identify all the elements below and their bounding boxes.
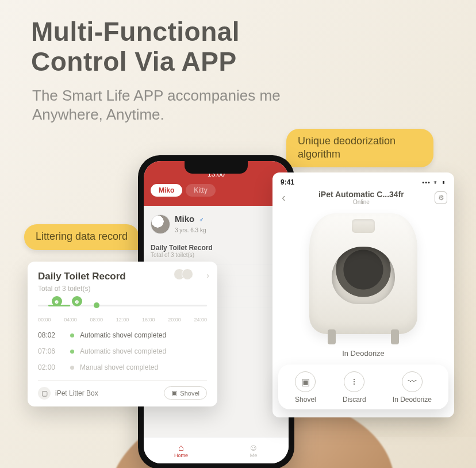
log-row-0: 08:02 Automatic shovel completed <box>38 327 207 343</box>
callout-right-l2: algorithm <box>298 148 340 160</box>
action-discard-label: Discard <box>343 396 366 404</box>
panel-title: iPet Automatic C...34fr Online <box>288 190 435 205</box>
log-msg-0: Automatic shovel completed <box>80 331 166 339</box>
pet-info: Miko ♂ 3 yrs. 6.3 kg <box>175 214 206 235</box>
tick-6: 24:00 <box>194 317 207 323</box>
panel-statusbar: 9:41 ••• ᯤ ▮ <box>272 172 454 189</box>
log-dot-2 <box>70 366 74 370</box>
hero-sub-l1: The Smart Life APP accompanies me <box>32 87 281 104</box>
log-dot-0 <box>70 333 74 337</box>
daily-record-card: › Daily Toilet Record Total of 3 toilet(… <box>28 262 217 406</box>
device-port <box>332 247 395 304</box>
timeline-marker-1: ☻ <box>52 296 62 306</box>
phone-header: Miko Kitty <box>144 179 289 206</box>
callout-right: Unique deodorization algorithm <box>286 129 433 167</box>
pet-avatar <box>151 214 170 234</box>
panel-header: ‹ iPet Automatic C...34fr Online ⚙ <box>272 189 454 211</box>
shovel-button[interactable]: ▣ Shovel <box>164 386 207 400</box>
device-top <box>352 219 375 233</box>
back-icon[interactable]: ‹ <box>279 191 288 204</box>
user-icon: ☺ <box>249 443 258 452</box>
shovel-icon: ▣ <box>171 389 177 397</box>
tick-0: 00:00 <box>38 317 51 323</box>
shovel-action-icon: ▣ <box>295 371 316 392</box>
marketing-page: Multi-Functional Control Via APP The Sma… <box>0 0 476 468</box>
pet-tabs: Miko Kitty <box>151 184 282 197</box>
phone-notch <box>185 161 248 174</box>
deodorize-action-icon: 〰 <box>402 371 423 392</box>
action-deodorize[interactable]: 〰 In Deodorize <box>393 371 432 404</box>
signal-icon: ••• ᯤ ▮ <box>422 179 446 186</box>
settings-icon[interactable]: ⚙ <box>435 191 447 204</box>
hero-subtitle: The Smart Life APP accompanies me Anywhe… <box>32 86 281 124</box>
nav-me-label: Me <box>249 452 258 458</box>
panel-status: Online <box>288 199 435 205</box>
device-label: ▢ iPet Litter Box <box>38 387 98 400</box>
tick-4: 16:00 <box>142 317 155 323</box>
hero-title-l1: Multi-Functional <box>31 17 240 47</box>
hero-title: Multi-Functional Control Via APP <box>31 17 240 76</box>
tick-3: 12:00 <box>116 317 129 323</box>
action-shovel-label: Shovel <box>295 396 316 404</box>
shovel-label: Shovel <box>180 390 199 397</box>
device-leg-r <box>391 329 399 344</box>
log-time-2: 02:00 <box>38 363 64 371</box>
action-discard[interactable]: ⫶ Discard <box>343 371 366 404</box>
log-time-0: 08:02 <box>38 331 64 339</box>
nav-me[interactable]: ☺ Me <box>249 443 258 458</box>
action-shovel[interactable]: ▣ Shovel <box>295 371 316 404</box>
log-msg-2: Manual shovel completed <box>80 363 158 371</box>
action-bar: ▣ Shovel ⫶ Discard 〰 In Deodorize <box>278 365 448 409</box>
hero-sub-l2: Anywhere, Anytime. <box>32 106 164 123</box>
device-name: iPet Litter Box <box>55 389 98 397</box>
panel-time: 9:41 <box>281 178 294 186</box>
discard-action-icon: ⫶ <box>344 371 364 392</box>
log-dot-1 <box>70 350 74 354</box>
timeline-ticks: 00:00 04:00 08:00 12:00 16:00 20:00 24:0… <box>38 317 207 323</box>
device-image <box>309 213 417 334</box>
timeline-marker-2: ☻ <box>72 296 82 306</box>
mini-avatars <box>177 268 193 280</box>
nav-home-label: Home <box>174 452 188 458</box>
phone-bottom-nav: ⌂ Home ☺ Me <box>144 437 289 463</box>
panel-title-text: iPet Automatic C...34fr <box>318 190 404 199</box>
tick-2: 08:00 <box>90 317 103 323</box>
log-time-1: 07:06 <box>38 347 64 355</box>
callout-right-l1: Unique deodorization <box>298 135 396 147</box>
card-footer: ▢ iPet Litter Box ▣ Shovel <box>38 380 207 400</box>
callout-left: Littering data record <box>24 224 139 250</box>
tick-1: 04:00 <box>64 317 77 323</box>
log-msg-1: Automatic shovel completed <box>80 347 166 355</box>
log-row-1: 07:06 Automatic shovel completed <box>38 343 207 359</box>
device-state: In Deodorize <box>272 349 454 358</box>
device-icon: ▢ <box>38 387 51 400</box>
timeline-dot <box>94 302 99 308</box>
device-leg-l <box>328 329 336 344</box>
log-list: 08:02 Automatic shovel completed 07:06 A… <box>38 327 207 375</box>
tick-5: 20:00 <box>168 317 181 323</box>
action-deodorize-label: In Deodorize <box>393 396 432 404</box>
pet-row[interactable]: Miko ♂ 3 yrs. 6.3 kg <box>151 212 282 240</box>
callout-left-text: Littering data record <box>36 231 128 242</box>
timeline: ☻ ☻ <box>38 298 207 314</box>
chevron-right-icon[interactable]: › <box>206 271 209 280</box>
card-total: Total of 3 toilet(s) <box>38 285 207 293</box>
nav-home[interactable]: ⌂ Home <box>174 443 188 458</box>
device-panel: 9:41 ••• ᯤ ▮ ‹ iPet Automatic C...34fr O… <box>272 172 454 417</box>
pet-name: Miko <box>175 214 194 224</box>
log-row-2: 02:00 Manual shovel completed <box>38 359 207 375</box>
phone-section-sub: Total of 3 toilet(s) <box>151 252 282 258</box>
male-icon: ♂ <box>199 216 204 224</box>
hero-title-l2: Control Via APP <box>31 47 237 76</box>
pet-meta: 3 yrs. 6.3 kg <box>175 227 206 233</box>
home-icon: ⌂ <box>174 443 188 452</box>
phone-section-title: Daily Toilet Record <box>151 244 282 252</box>
tab-kitty[interactable]: Kitty <box>186 184 215 197</box>
tab-miko[interactable]: Miko <box>151 184 182 197</box>
